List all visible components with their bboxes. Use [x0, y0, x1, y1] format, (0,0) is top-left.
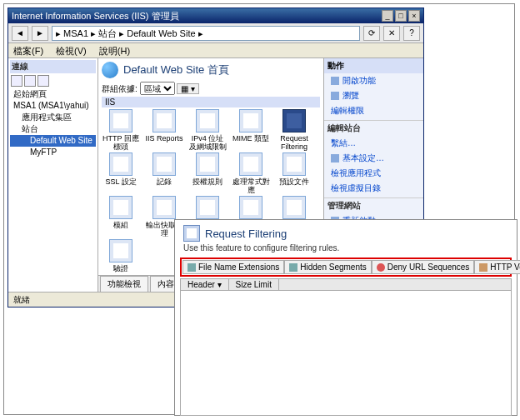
action-view-apps[interactable]: 檢視應用程式 [324, 166, 423, 181]
breadcrumb[interactable]: ▸ MSA1 ▸ 站台 ▸ Default Web Site ▸ [52, 26, 360, 41]
tree-node-start[interactable]: 起始網頁 [10, 88, 96, 100]
view-button[interactable]: ▦ ▾ [177, 83, 199, 94]
rf-grid-body [180, 291, 512, 416]
feature-icon [152, 196, 176, 219]
feature-icon [152, 152, 176, 176]
deny-icon [377, 263, 385, 272]
minimize-button[interactable]: _ [382, 10, 393, 22]
stop-button[interactable]: ✕ [383, 26, 400, 41]
menu-view[interactable]: 檢視(V) [56, 46, 87, 56]
action-basic[interactable]: 基本設定… [324, 151, 423, 166]
feature-icon [282, 109, 306, 132]
hidden-seg-icon [289, 263, 298, 272]
back-button[interactable]: ◄ [12, 26, 28, 41]
verb-icon [479, 263, 488, 272]
feature-icon [109, 196, 132, 219]
section-manage-site: 管理網站 [324, 198, 423, 213]
connections-toolbar [10, 73, 96, 88]
maximize-button[interactable]: □ [395, 10, 407, 22]
feature--[interactable]: 模組 [102, 196, 140, 238]
feature-icon [196, 109, 219, 132]
feature--[interactable]: 處理常式對應 [232, 152, 270, 194]
tree-node-default-site[interactable]: Default Web Site [10, 135, 96, 147]
feature--[interactable]: 記錄 [145, 152, 183, 194]
file-ext-icon [188, 263, 196, 272]
feature-ipv4-[interactable]: IPv4 位址及網域限制 [188, 109, 227, 151]
open-icon [331, 77, 339, 85]
forward-button[interactable]: ► [32, 26, 48, 41]
request-filtering-panel: Request Filtering Use this feature to co… [174, 219, 518, 416]
feature-ssl-[interactable]: SSL 設定 [102, 152, 140, 194]
actions-header: 動作 [324, 58, 423, 73]
help-button[interactable]: ? [403, 26, 420, 41]
action-open[interactable]: 開啟功能 [324, 73, 423, 88]
feature-icon [239, 196, 262, 219]
feature-icon [239, 152, 262, 176]
tab-file-ext[interactable]: File Name Extensions [182, 260, 284, 274]
tree-node-sites[interactable]: 站台 [10, 123, 96, 135]
feature-http-[interactable]: HTTP 回應標頭 [102, 109, 140, 151]
col-size-limit[interactable]: Size Limit [229, 279, 279, 290]
feature-icon [109, 239, 132, 262]
connect-icon[interactable] [11, 75, 22, 87]
rf-desc: Use this feature to configure filtering … [183, 243, 508, 252]
feature-icon [196, 196, 219, 219]
address-bar: ◄ ► ▸ MSA1 ▸ 站台 ▸ Default Web Site ▸ ⟳ ✕… [8, 23, 423, 43]
action-view-vdir[interactable]: 檢視虛擬目錄 [324, 181, 423, 196]
tab-deny-url[interactable]: Deny URL Sequences [372, 260, 475, 274]
settings-icon [331, 154, 339, 162]
feature-iis-reports[interactable]: IIS Reports [145, 109, 183, 151]
category-iis: IIS [102, 97, 320, 108]
feature-mime-[interactable]: MIME 類型 [232, 109, 270, 151]
action-edit-perm[interactable]: 編輯權限 [324, 103, 423, 118]
rf-tabs: File Name Extensions Hidden Segments Den… [180, 258, 512, 277]
rf-title: Request Filtering [183, 225, 508, 242]
action-explore[interactable]: 瀏覽 [324, 88, 423, 103]
tree-node-apppools[interactable]: 應用程式集區 [10, 112, 96, 123]
group-by-row: 群組依據: 區域 ▦ ▾ [102, 82, 320, 95]
rf-grid-header: Header ▾ Size Limit [180, 278, 512, 291]
connections-header: 連線 [10, 60, 96, 73]
feature-icon [196, 152, 219, 176]
window-title: Internet Information Services (IIS) 管理員 [12, 10, 380, 22]
menu-file[interactable]: 檔案(F) [13, 46, 43, 56]
feature-icon [282, 152, 306, 176]
refresh-button[interactable]: ⟳ [363, 26, 380, 41]
tree-node-server[interactable]: MSA1 (MSA1\yahui) [10, 100, 96, 112]
page-title: Default Web Site 首頁 [102, 62, 320, 78]
col-header[interactable]: Header ▾ [181, 279, 229, 290]
action-bindings[interactable]: 繫結… [324, 136, 423, 151]
feature-icon [152, 109, 176, 132]
menu-help[interactable]: 說明(H) [99, 46, 130, 56]
connections-panel: 連線 起始網頁 MSA1 (MSA1\yahui) 應用程式集區 站台 Defa… [8, 58, 98, 292]
save-icon[interactable] [24, 75, 36, 87]
tab-http-verbs[interactable]: HTTP Verbs [474, 260, 520, 274]
titlebar: Internet Information Services (IIS) 管理員 … [8, 8, 423, 23]
feature-icon [109, 152, 132, 176]
close-button[interactable]: × [408, 10, 420, 22]
feature-icon [109, 109, 132, 132]
explore-icon [331, 92, 339, 100]
tree-node-myftp[interactable]: MyFTP [10, 147, 96, 158]
feature--[interactable]: 授權規則 [188, 152, 227, 194]
feature-request-filtering[interactable]: Request Filtering [275, 109, 313, 151]
section-edit-site: 編輯站台 [324, 120, 423, 136]
tab-hidden-seg[interactable]: Hidden Segments [284, 260, 372, 274]
feature--[interactable]: 驗證 [102, 239, 140, 272]
feature-icon [239, 109, 262, 132]
feature-icon [282, 196, 306, 219]
menubar: 檔案(F) 檢視(V) 說明(H) [8, 43, 423, 58]
tab-features[interactable]: 功能檢視 [100, 276, 148, 292]
globe-icon [102, 62, 118, 78]
group-by-select[interactable]: 區域 [140, 82, 175, 95]
feature--[interactable]: 預設文件 [275, 152, 313, 194]
refresh-tree-icon[interactable] [38, 75, 49, 87]
filter-icon [183, 225, 200, 242]
